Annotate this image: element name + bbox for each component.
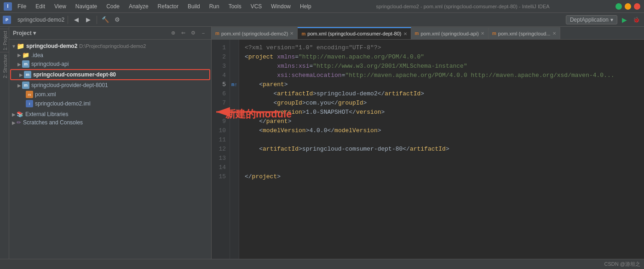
line-1-num: 1 <box>212 43 226 53</box>
menu-help[interactable]: Help <box>298 2 313 11</box>
settings-icon[interactable]: ⚙ <box>112 15 122 25</box>
api-module-icon: m <box>22 60 29 68</box>
code-line-7: <groupId>com.you</groupId> <box>245 99 638 108</box>
code-editor[interactable]: 1 2 3 4 5 6 7 8 9 10 11 12 13 14 15 <box>212 40 644 259</box>
tree-ext-libs[interactable]: ▶ 📚 External Libraries <box>9 110 211 118</box>
code-line-14 <box>245 163 638 172</box>
panel-hide-icon[interactable]: − <box>199 29 207 37</box>
gutter-8 <box>230 108 239 117</box>
project-panel-title: Project ▾ <box>13 30 167 36</box>
panel-settings-icon[interactable]: ⚙ <box>189 29 197 37</box>
gutter-5[interactable]: m↑ <box>230 80 239 89</box>
sidebar-tab-1[interactable]: 1: Project <box>0 29 9 52</box>
back-button[interactable]: ◀ <box>71 15 81 25</box>
code-line-9: </parent> <box>245 117 638 126</box>
code-line-3: xmlns:xsi="http://www.w3.org/2001/XMLSch… <box>245 62 638 71</box>
menu-run[interactable]: Run <box>207 2 221 11</box>
extlib-icon: 📚 <box>17 111 23 117</box>
tab-0[interactable]: m pom.xml (springcloud-demo2) ✕ <box>212 27 298 39</box>
menu-tools[interactable]: Tools <box>227 2 243 11</box>
iml-icon: I <box>26 100 33 107</box>
code-line-2: <project xmlns="http://maven.apache.org/… <box>245 53 638 62</box>
gutter: m↑ <box>230 40 239 259</box>
code-line-12: <artifactId>springcloud-comsumer-dept-80… <box>245 145 638 154</box>
titlebar: I File Edit View Navigate Code Analyze R… <box>0 0 644 13</box>
code-content[interactable]: <?xml version="1.0" encoding="UTF-8"?> <… <box>239 40 644 259</box>
minimize-button[interactable] <box>615 3 622 10</box>
line-14-num: 14 <box>212 163 226 172</box>
menu-view[interactable]: View <box>52 2 68 11</box>
idea-label: .idea <box>31 52 43 58</box>
menu-edit[interactable]: Edit <box>34 2 47 11</box>
tab-3-label: pom.xml (springcloud... <box>498 31 551 36</box>
forward-button[interactable]: ▶ <box>83 15 93 25</box>
tab-2-prefix: m <box>415 31 419 36</box>
run-button[interactable]: ▶ <box>619 15 629 25</box>
line-11-num: 11 <box>212 135 226 145</box>
project-tree: ▼ 📁 springcloud-demo2 D:\Project\springc… <box>9 40 211 259</box>
code-line-1: <?xml version="1.0" encoding="UTF-8"?> <box>245 43 638 53</box>
gutter-14 <box>230 163 239 172</box>
status-right: CSDN @游坦之 <box>604 261 640 268</box>
menu-refactor[interactable]: Refactor <box>156 2 180 11</box>
menu-code[interactable]: Code <box>104 2 121 11</box>
status-bar: CSDN @游坦之 <box>0 259 644 269</box>
code-line-6: <artifactId>springcloud-demo2</artifactI… <box>245 89 638 99</box>
menu-window[interactable]: Window <box>269 2 293 11</box>
extlib-arrow: ▶ <box>11 112 17 117</box>
tab-2-label: pom.xml (springcloud-api) <box>420 31 479 36</box>
project-panel: Project ▾ ⊕ ⇐ ⚙ − ▼ 📁 springcloud-demo2 … <box>9 27 212 259</box>
line-5-num: 5 <box>212 80 226 89</box>
tab-3[interactable]: m pom.xml (springcloud... ✕ <box>489 27 560 39</box>
menu-vcs[interactable]: VCS <box>249 2 264 11</box>
root-label: springcloud-demo2 <box>26 43 77 49</box>
menu-file[interactable]: File <box>16 2 28 11</box>
tree-comsumer[interactable]: ▶ m springcloud-comsumer-dept-80 <box>10 69 210 80</box>
sidebar-tab-2[interactable]: 2: Structure <box>0 52 9 80</box>
tree-pom[interactable]: ▶ m pom.xml <box>9 90 211 99</box>
build-button[interactable]: 🔨 <box>100 15 110 25</box>
root-folder-icon: 📁 <box>17 42 24 50</box>
gutter-4 <box>230 71 239 80</box>
comsumer-module-icon: m <box>24 71 31 78</box>
menu-analyze[interactable]: Analyze <box>127 2 150 11</box>
gutter-11 <box>230 135 239 145</box>
tab-2[interactable]: m pom.xml (springcloud-api) ✕ <box>411 27 489 39</box>
tab-2-close[interactable]: ✕ <box>481 31 484 36</box>
tree-api[interactable]: ▶ m springcloud-api <box>9 59 211 69</box>
scope-icon[interactable]: ⊕ <box>169 29 177 37</box>
line-3-num: 3 <box>212 62 226 71</box>
pom-xml-icon: m <box>26 91 33 98</box>
project-name: springcloud-demo2 <box>17 17 64 23</box>
code-line-4: xsi:schemaLocation="http://maven.apache.… <box>245 71 638 80</box>
gutter-6 <box>230 89 239 99</box>
tree-scratches[interactable]: ▶ ✏ Scratches and Consoles <box>9 118 211 127</box>
debug-button[interactable]: 🐞 <box>631 15 641 25</box>
line-numbers: 1 2 3 4 5 6 7 8 9 10 11 12 13 14 15 <box>212 40 230 259</box>
left-sidebar: 1: Project 2: Structure <box>0 27 9 259</box>
tab-0-close[interactable]: ✕ <box>290 31 293 36</box>
line-4-num: 4 <box>212 71 226 80</box>
app-icon: I <box>4 2 12 11</box>
extlib-label: External Libraries <box>25 111 68 117</box>
tree-iml[interactable]: ▶ I springcloud-demo2.iml <box>9 99 211 108</box>
line-12-num: 12 <box>212 145 226 154</box>
close-button[interactable] <box>634 3 640 10</box>
root-arrow: ▼ <box>11 44 17 49</box>
run-config-selector[interactable]: DeptApplication ▾ <box>566 15 617 24</box>
maximize-button[interactable] <box>625 3 631 10</box>
api-label: springcloud-api <box>31 61 69 67</box>
tab-3-close[interactable]: ✕ <box>552 31 556 36</box>
scratch-icon: ✏ <box>17 119 21 126</box>
tab-1-close[interactable]: ✕ <box>403 31 407 36</box>
menu-navigate[interactable]: Navigate <box>74 2 99 11</box>
tab-1[interactable]: m pom.xml (springcloud-comsumer-dept-80)… <box>298 27 411 39</box>
provider-module-icon: m <box>22 82 29 89</box>
tree-provider[interactable]: ▶ m springcloud-provider-dept-8001 <box>9 81 211 90</box>
menu-build[interactable]: Build <box>186 2 202 11</box>
code-line-11 <box>245 135 638 145</box>
tree-idea[interactable]: ▶ 📁 .idea <box>9 51 211 59</box>
collapse-all-icon[interactable]: ⇐ <box>179 29 187 37</box>
code-line-10: <modelVersion>4.0.0</modelVersion> <box>245 126 638 135</box>
tree-root[interactable]: ▼ 📁 springcloud-demo2 D:\Project\springc… <box>9 41 211 51</box>
